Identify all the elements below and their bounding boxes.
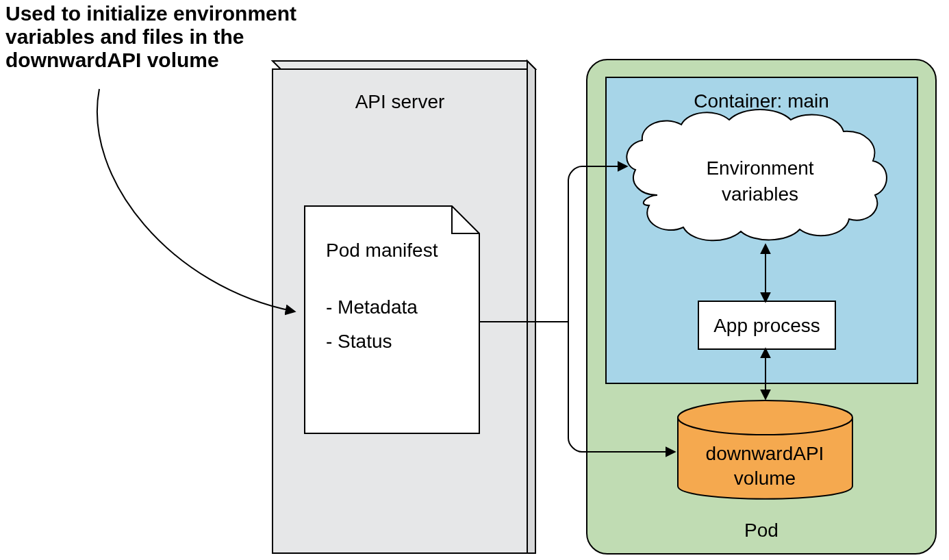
- api-server-title: API server: [355, 91, 445, 112]
- volume-line2: volume: [734, 468, 796, 489]
- annotation-line3: downwardAPI volume: [5, 49, 219, 71]
- env-vars-line1: Environment: [706, 157, 813, 179]
- app-process-box: App process: [698, 301, 835, 349]
- pod-manifest-doc: Pod manifest - Metadata - Status: [305, 206, 479, 433]
- app-process-label: App process: [713, 315, 820, 336]
- downwardapi-volume: downwardAPI volume: [678, 400, 852, 499]
- annotation-line1: Used to initialize environment: [5, 2, 296, 25]
- pod-manifest-title: Pod manifest: [326, 240, 438, 261]
- pod-title: Pod: [744, 520, 779, 541]
- container-title: Container: main: [694, 90, 829, 112]
- svg-marker-1: [527, 61, 535, 553]
- env-vars-line2: variables: [722, 183, 798, 205]
- annotation-callout-arrow: [97, 89, 294, 311]
- pod-manifest-item-status: - Status: [326, 331, 392, 352]
- annotation-line2: variables and files in the: [5, 25, 244, 48]
- svg-marker-0: [273, 61, 535, 69]
- volume-line1: downwardAPI: [706, 443, 824, 464]
- pod-manifest-item-metadata: - Metadata: [326, 296, 418, 318]
- svg-point-6: [678, 400, 852, 435]
- annotation-text: Used to initialize environment variables…: [5, 2, 296, 71]
